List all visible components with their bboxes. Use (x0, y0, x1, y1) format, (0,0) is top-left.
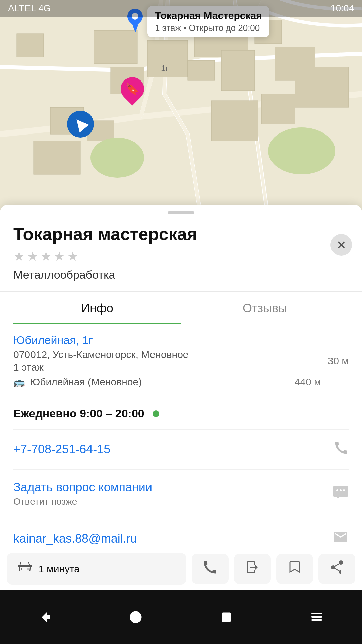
phone-icon (334, 440, 349, 459)
address-row[interactable]: Юбилейная, 1г 070012, Усть-Каменогорск, … (13, 324, 349, 397)
recent-button[interactable] (213, 607, 240, 627)
star-5: ★ (67, 249, 78, 264)
address-sub1: 070012, Усть-Каменогорск, Меновное (13, 349, 321, 360)
chat-content: Задать вопрос компании Ответит позже (13, 480, 152, 507)
bottom-toolbar: 1 минута (0, 547, 362, 590)
tab-reviews[interactable]: Отзывы (181, 292, 349, 324)
close-button[interactable]: ✕ (330, 234, 352, 256)
star-3: ★ (40, 249, 52, 264)
address-title: Юбилейная, 1г (13, 334, 321, 347)
address-content: Юбилейная, 1г 070012, Усть-Каменогорск, … (13, 334, 321, 388)
hours-row: Ежедневно 9:00 – 20:00 (13, 397, 349, 430)
transit-name: Юбилейная (Меновное) (30, 376, 142, 388)
menu-button[interactable] (303, 607, 330, 627)
bookmark-button[interactable] (276, 554, 313, 584)
tabs-bar: Инфо Отзывы (0, 292, 362, 324)
svg-rect-22 (311, 619, 322, 621)
android-nav-bar (0, 590, 362, 644)
svg-point-16 (90, 138, 144, 178)
transit-row: 🚌 Юбилейная (Меновное) 440 м (13, 376, 321, 388)
chat-title: Задать вопрос компании (13, 480, 152, 494)
svg-rect-20 (311, 613, 322, 614)
svg-rect-13 (261, 94, 295, 124)
bookmark-pin: 🔖 (121, 77, 144, 104)
star-4: ★ (54, 249, 65, 264)
drive-label: 1 минута (38, 563, 80, 575)
time-text: 10:04 (330, 3, 354, 14)
svg-rect-15 (17, 34, 44, 57)
car-icon (17, 560, 33, 577)
share-button[interactable] (318, 554, 355, 584)
bus-icon: 🚌 (13, 377, 25, 388)
svg-rect-5 (188, 60, 215, 80)
address-sub2: 1 этаж (13, 362, 321, 373)
star-2: ★ (27, 249, 38, 264)
email-icon (333, 529, 349, 548)
tab-info[interactable]: Инфо (13, 292, 181, 324)
home-button[interactable] (122, 607, 149, 627)
bottom-sheet: Токарная мастерская ★ ★ ★ ★ ★ Металлообр… (0, 205, 362, 590)
transit-distance: 440 м (295, 376, 321, 388)
call-icon (203, 560, 218, 578)
phone-number[interactable]: +7-708-251-64-15 (13, 442, 110, 457)
star-1: ★ (13, 249, 25, 264)
address-distance: 30 м (328, 355, 349, 367)
entry-icon (245, 560, 260, 578)
email-address[interactable]: kainar_kas.88@mail.ru (13, 532, 137, 546)
call-button[interactable] (192, 554, 229, 584)
carrier-text: ALTEL 4G (8, 3, 51, 14)
svg-rect-11 (34, 141, 80, 174)
chat-row[interactable]: Задать вопрос компании Ответит позже (13, 470, 349, 518)
building-label: 1г (161, 64, 168, 73)
place-header: Токарная мастерская ★ ★ ★ ★ ★ Металлообр… (0, 224, 362, 292)
hours-text: Ежедневно 9:00 – 20:00 (13, 407, 144, 420)
callout-subtitle: 1 этаж • Открыто до 20:00 (155, 23, 262, 33)
svg-point-17 (268, 127, 335, 174)
svg-rect-21 (311, 616, 322, 618)
chat-sub: Ответит позже (13, 496, 152, 507)
navigation-arrow (67, 111, 94, 138)
status-bar: ALTEL 4G 10:04 (0, 0, 362, 17)
close-icon: ✕ (337, 238, 346, 252)
svg-rect-19 (222, 613, 230, 621)
place-category: Металлообработка (13, 268, 349, 281)
back-button[interactable] (32, 607, 59, 627)
pull-handle[interactable] (168, 211, 194, 214)
svg-rect-14 (295, 67, 349, 107)
share-icon (329, 560, 344, 578)
svg-point-18 (130, 612, 141, 623)
phone-row[interactable]: +7-708-251-64-15 (13, 430, 349, 470)
drive-button[interactable]: 1 минута (7, 553, 186, 585)
entry-button[interactable] (234, 554, 271, 584)
bookmark-icon (287, 560, 302, 578)
svg-rect-12 (211, 101, 258, 141)
svg-rect-6 (221, 50, 255, 91)
map-area[interactable]: 1г Токарная Мастерская 1 этаж • Открыто … (0, 0, 362, 218)
stars-row: ★ ★ ★ ★ ★ (13, 249, 349, 264)
open-status-dot (153, 410, 159, 417)
place-title: Токарная мастерская (13, 224, 349, 244)
chat-icon (333, 484, 349, 503)
